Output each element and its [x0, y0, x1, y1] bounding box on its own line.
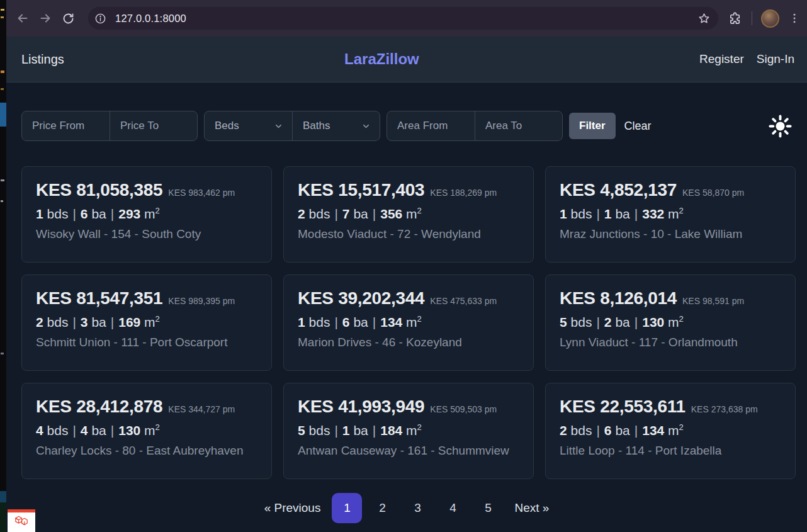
page-number-2[interactable]: 2 — [367, 493, 397, 523]
listing-price-line: KES 4,852,137 KES 58,870 pm — [560, 180, 781, 200]
kebab-menu-icon — [788, 12, 801, 25]
filter-button[interactable]: Filter — [569, 113, 616, 139]
page-number-5[interactable]: 5 — [473, 493, 503, 523]
listing-specs: 1 bds|6 ba|293 m2 — [36, 206, 257, 222]
listing-price-line: KES 22,553,611 KES 273,638 pm — [560, 397, 781, 417]
listing-specs: 1 bds|6 ba|134 m2 — [298, 314, 519, 330]
toolbar-divider — [752, 11, 752, 25]
baths-select[interactable]: Baths — [293, 111, 380, 140]
listing-monthly-price: KES 344,727 pm — [168, 404, 235, 414]
site-info-icon[interactable] — [92, 10, 109, 27]
listing-card[interactable]: KES 8,126,014 KES 98,591 pm 5 bds|2 ba|1… — [545, 274, 796, 371]
theme-toggle-button[interactable] — [767, 113, 793, 139]
listing-specs: 4 bds|4 ba|130 m2 — [36, 422, 257, 438]
auth-links: Register Sign-In — [699, 52, 794, 66]
forward-icon — [38, 11, 52, 25]
listing-card[interactable]: KES 22,553,611 KES 273,638 pm 2 bds|6 ba… — [545, 383, 796, 479]
bookmark-star-button[interactable] — [697, 12, 711, 25]
toolbar-actions — [728, 9, 801, 28]
listing-address: Charley Locks - 80 - East Aubreyhaven — [36, 444, 257, 458]
listing-address: Mraz Junctions - 10 - Lake William — [560, 227, 781, 241]
listing-price: KES 22,553,611 — [560, 397, 686, 417]
extensions-button[interactable] — [728, 11, 743, 26]
listing-price: KES 81,547,351 — [36, 288, 162, 308]
listing-address: Little Loop - 114 - Port Izabella — [560, 444, 781, 458]
listing-monthly-price: KES 989,395 pm — [168, 296, 235, 306]
sliver-fragment — [1, 9, 4, 11]
price-range-group — [21, 111, 198, 141]
reload-icon — [62, 12, 75, 25]
browser-toolbar: 127.0.0.1:8000 — [6, 0, 807, 37]
signin-link[interactable]: Sign-In — [757, 52, 794, 66]
laravel-logo-icon — [13, 514, 30, 531]
listing-price-line: KES 8,126,014 KES 98,591 pm — [560, 288, 781, 308]
profile-avatar[interactable] — [761, 9, 779, 28]
price-to-input[interactable] — [110, 111, 197, 140]
puzzle-icon — [728, 11, 743, 26]
sliver-fragment — [1, 200, 3, 202]
listing-card[interactable]: KES 4,852,137 KES 58,870 pm 1 bds|1 ba|3… — [545, 166, 796, 263]
address-bar[interactable]: 127.0.0.1:8000 — [88, 7, 718, 30]
area-to-input[interactable] — [475, 111, 562, 140]
browser-menu-button[interactable] — [788, 12, 801, 25]
listing-price-line: KES 41,993,949 KES 509,503 pm — [298, 397, 519, 417]
listing-address: Marion Drives - 46 - Kozeyland — [298, 336, 519, 349]
listing-specs: 5 bds|2 ba|130 m2 — [560, 314, 781, 330]
prev-page-link[interactable]: « Previous — [264, 501, 321, 515]
page-number-1[interactable]: 1 — [332, 493, 362, 523]
back-icon — [16, 11, 30, 25]
listing-price-line: KES 39,202,344 KES 475,633 pm — [298, 288, 519, 308]
sliver-fragment — [1, 71, 4, 73]
listing-price: KES 39,202,344 — [298, 288, 424, 308]
beds-baths-group: Beds Baths — [204, 111, 380, 141]
beds-select[interactable]: Beds — [205, 111, 292, 140]
listing-card[interactable]: KES 39,202,344 KES 475,633 pm 1 bds|6 ba… — [283, 274, 534, 371]
page-number-3[interactable]: 3 — [402, 493, 432, 523]
sliver-fragment — [1, 353, 4, 354]
listing-specs: 2 bds|7 ba|356 m2 — [298, 206, 519, 222]
listing-price-line: KES 81,058,385 KES 983,462 pm — [36, 180, 257, 200]
listing-card[interactable]: KES 81,547,351 KES 989,395 pm 2 bds|3 ba… — [21, 274, 272, 371]
listing-address: Modesto Viaduct - 72 - Wendyland — [298, 227, 519, 241]
area-range-group — [387, 111, 563, 141]
listing-price: KES 28,412,878 — [36, 397, 162, 417]
listing-card[interactable]: KES 28,412,878 KES 344,727 pm 4 bds|4 ba… — [21, 383, 272, 479]
chevron-down-icon — [274, 122, 283, 131]
listing-card[interactable]: KES 15,517,403 KES 188,269 pm 2 bds|7 ba… — [283, 166, 534, 263]
register-link[interactable]: Register — [699, 52, 744, 66]
forward-button[interactable] — [34, 7, 57, 30]
price-from-input[interactable] — [22, 111, 110, 140]
url-text[interactable]: 127.0.0.1:8000 — [115, 13, 186, 25]
listing-monthly-price: KES 983,462 pm — [168, 188, 235, 198]
chevron-down-icon — [361, 122, 371, 131]
next-page-link[interactable]: Next » — [514, 501, 549, 515]
listing-address: Schmitt Union - 111 - Port Oscarport — [36, 336, 257, 349]
sliver-fragment — [1, 179, 4, 181]
listing-address: Lynn Viaduct - 117 - Orlandmouth — [560, 336, 781, 349]
brand-title: LaraZillow — [64, 50, 699, 68]
listing-address: Antwan Causeway - 161 - Schummview — [298, 444, 519, 458]
listing-card[interactable]: KES 81,058,385 KES 983,462 pm 1 bds|6 ba… — [21, 166, 272, 263]
nav-listings-link[interactable]: Listings — [21, 52, 64, 67]
listing-price: KES 41,993,949 — [298, 397, 424, 417]
background-window-sliver — [0, 0, 6, 532]
listing-price-line: KES 81,547,351 KES 989,395 pm — [36, 288, 257, 308]
page-number-4[interactable]: 4 — [437, 493, 468, 523]
listings-grid: KES 81,058,385 KES 983,462 pm 1 bds|6 ba… — [21, 166, 796, 479]
listing-monthly-price: KES 58,870 pm — [682, 188, 744, 198]
listing-monthly-price: KES 188,269 pm — [430, 188, 497, 198]
reload-button[interactable] — [57, 7, 79, 30]
sliver-fragment — [1, 16, 4, 18]
sliver-fragment — [0, 491, 6, 502]
listing-specs: 2 bds|6 ba|134 m2 — [560, 422, 781, 438]
area-from-input[interactable] — [387, 111, 475, 140]
sliver-fragment — [0, 502, 6, 532]
listing-card[interactable]: KES 41,993,949 KES 509,503 pm 5 bds|1 ba… — [283, 383, 534, 479]
filter-bar: Beds Baths Filter C — [21, 111, 796, 141]
listing-specs: 1 bds|1 ba|332 m2 — [560, 206, 781, 222]
listing-monthly-price: KES 98,591 pm — [682, 296, 744, 306]
back-button[interactable] — [11, 7, 34, 30]
screen: 127.0.0.1:8000 Listings LaraZillo — [0, 0, 807, 532]
clear-button[interactable]: Clear — [624, 120, 652, 133]
sun-icon — [767, 113, 793, 139]
